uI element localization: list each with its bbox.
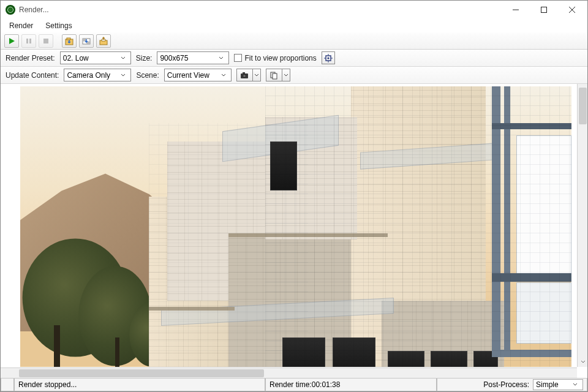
statusbar: Render stopped... Render time: 00:01:38 … [1,378,587,391]
render-preset-combo[interactable]: 02. Low [60,51,131,64]
svg-rect-11 [83,39,86,42]
toolbar [1,32,587,50]
svg-rect-1 [541,7,547,13]
copy-to-clipboard-button[interactable] [266,69,290,81]
chevron-down-icon [216,56,226,61]
post-process-value: Simple [536,380,559,389]
fit-to-view-label: Fit to view proportions [244,54,316,62]
update-content-label: Update Content: [6,71,59,80]
svg-marker-4 [9,38,15,44]
stop-button[interactable] [39,34,53,48]
vertical-scrollbar[interactable] [577,84,587,367]
chevron-down-icon [118,56,128,61]
svg-rect-24 [273,74,277,79]
render-preset-value: 02. Low [63,54,89,62]
render-image [20,86,571,367]
save-image-button[interactable] [62,34,77,48]
fit-viewport-button[interactable] [322,51,335,64]
scrollbar-thumb[interactable] [579,88,587,124]
menubar: Render Settings [1,19,587,32]
status-render-time: Render time: 00:01:38 [265,379,437,391]
render-preset-label: Render Preset: [6,54,55,62]
svg-rect-7 [43,39,48,43]
update-content-value: Camera Only [67,71,110,80]
svg-rect-5 [26,39,28,43]
status-post-process: Post-Process: Simple [437,379,587,391]
size-combo[interactable]: 900x675 [157,51,229,64]
size-label: Size: [136,54,153,62]
scene-combo[interactable]: Current View [164,69,232,81]
menu-settings[interactable]: Settings [40,20,77,31]
chevron-down-icon[interactable] [252,69,261,81]
svg-rect-22 [243,72,245,74]
chevron-down-icon [570,382,580,387]
scene-label: Scene: [136,71,159,80]
export-button[interactable] [96,34,111,48]
camera-snapshot-button[interactable] [236,69,261,81]
fit-to-view-checkbox[interactable] [234,54,242,62]
status-message: Render stopped... [14,379,265,391]
update-content-combo[interactable]: Camera Only [64,69,131,81]
size-value: 900x675 [160,54,188,62]
svg-point-15 [327,57,329,59]
maximize-button[interactable] [530,1,558,19]
chevron-down-icon[interactable] [282,69,290,81]
chevron-down-icon [219,73,228,78]
viewport-container [1,84,587,378]
menu-render[interactable]: Render [4,20,38,31]
scrollbar-thumb[interactable] [19,369,264,377]
chevron-down-icon [118,73,128,78]
options-row-1: Render Preset: 02. Low Size: 900x675 Fit… [1,50,587,67]
app-icon [6,5,15,15]
scroll-down-arrow[interactable] [578,356,587,367]
svg-point-21 [243,74,246,77]
scene-value: Current View [167,71,209,80]
svg-rect-6 [29,39,31,43]
svg-rect-9 [67,38,70,40]
post-process-combo[interactable]: Simple [533,379,583,390]
play-button[interactable] [4,34,19,48]
post-process-label: Post-Process: [483,380,529,389]
close-button[interactable] [558,1,586,19]
minimize-button[interactable] [502,1,530,19]
save-image-alpha-button[interactable] [79,34,94,48]
options-row-2: Update Content: Camera Only Scene: Curre… [1,67,587,84]
status-icon-cell [1,379,14,391]
horizontal-scrollbar[interactable] [1,368,577,378]
window-title: Render... [19,6,49,14]
render-viewport[interactable] [1,84,576,367]
pause-button[interactable] [21,34,36,48]
titlebar: Render... [1,1,587,19]
